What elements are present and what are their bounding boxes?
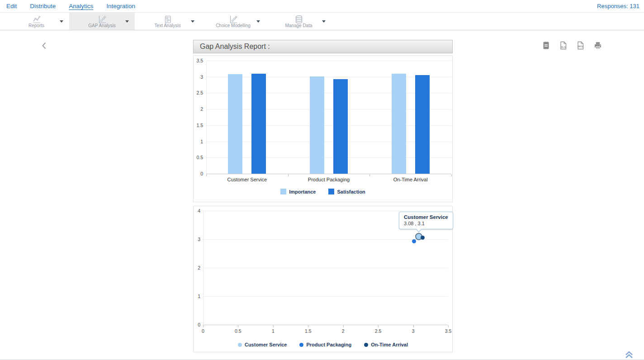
x-category-label: Customer Service — [206, 177, 288, 182]
x-tick — [451, 174, 452, 176]
y-tick-label: 0 — [194, 322, 200, 327]
x-tick-label: 3 — [407, 328, 420, 334]
x-tick — [448, 325, 449, 327]
scatter-point[interactable] — [412, 239, 416, 243]
x-tick — [203, 325, 204, 327]
chevron-down-icon[interactable] — [191, 20, 194, 23]
pptx-export-icon[interactable]: PPTX — [576, 41, 585, 50]
scatter-chart-panel: 0123400.511.522.533.5Customer Service3.0… — [193, 206, 453, 352]
top-navbar: Edit Distribute Analytics Integration Re… — [0, 0, 644, 13]
doc-export-icon[interactable] — [542, 41, 550, 50]
nav-item-integration[interactable]: Integration — [106, 3, 135, 9]
legend-label: Satisfaction — [337, 189, 365, 194]
bar-importance[interactable] — [392, 74, 406, 174]
y-tick-label: 2.5 — [194, 90, 203, 95]
y-tick-label: 4 — [194, 208, 200, 213]
tooltip-pointer — [416, 228, 422, 232]
x-category-label: Product Packaging — [288, 177, 369, 182]
toolbar-tab-label: Choice Modelling — [200, 23, 266, 28]
gridline — [203, 268, 448, 268]
legend-swatch — [328, 189, 334, 194]
bar-satisfaction[interactable] — [333, 79, 348, 174]
responses-count[interactable]: Responses: 131 — [597, 3, 639, 9]
nav-item-edit[interactable]: Edit — [6, 3, 17, 9]
toolbar-tab-text-analysis[interactable]: Text Analysis — [135, 13, 200, 30]
y-axis-line — [203, 211, 204, 325]
bar-satisfaction[interactable] — [415, 75, 430, 174]
y-tick-label: 3 — [194, 74, 203, 80]
y-tick-label: 0.5 — [194, 155, 203, 160]
chevron-down-icon[interactable] — [60, 20, 63, 23]
main-menu: Edit Distribute Analytics Integration — [6, 3, 135, 9]
x-category-label: On-Time Arrival — [370, 177, 451, 182]
tooltip-value: 3.08 , 3.1 — [404, 221, 448, 226]
bar-importance[interactable] — [228, 74, 242, 174]
legend-item[interactable]: Product Packaging — [299, 342, 351, 347]
y-tick-label: 2 — [194, 106, 203, 112]
x-tick — [273, 325, 274, 327]
y-tick-label: 1 — [194, 294, 200, 299]
chevron-down-icon[interactable] — [256, 20, 260, 23]
analytics-toolbar: Reports GAP Analysis Text Analysis Choic… — [0, 13, 644, 30]
legend-dot — [238, 343, 242, 347]
legend-dot — [299, 343, 303, 347]
bar-chart-legend: ImportanceSatisfaction — [194, 189, 452, 194]
x-tick — [413, 325, 414, 327]
bar-chart-panel: 00.511.522.533.5Customer ServiceProduct … — [193, 55, 453, 202]
print-icon[interactable] — [593, 41, 602, 50]
legend-item[interactable]: Satisfaction — [328, 189, 365, 194]
pptx-label: PPTX — [578, 46, 584, 48]
y-axis-line — [206, 61, 207, 174]
report-title-bar: Gap Analysis Report : — [193, 40, 453, 53]
xls-label: XLS — [561, 46, 566, 48]
x-tick — [378, 325, 379, 327]
y-tick-label: 3 — [194, 237, 200, 242]
gridline — [203, 296, 448, 297]
gridline — [203, 211, 448, 211]
toolbar-tab-manage-data[interactable]: Manage Data — [266, 13, 331, 30]
legend-label: On-Time Arrival — [371, 342, 408, 347]
toolbar-tab-gap-analysis[interactable]: GAP Analysis — [69, 13, 135, 30]
toolbar-tab-reports[interactable]: Reports — [4, 13, 69, 30]
scatter-chart-legend: Customer ServiceProduct PackagingOn-Time… — [194, 342, 452, 347]
x-tick-label: 1.5 — [301, 328, 315, 334]
scroll-to-top-button[interactable] — [625, 351, 634, 360]
x-tick — [288, 174, 289, 176]
y-tick-label: 3.5 — [194, 58, 203, 63]
x-tick-label: 2.5 — [371, 328, 385, 334]
toolbar-tab-label: Reports — [4, 23, 69, 28]
x-tick-label: 3.5 — [441, 328, 455, 334]
chevron-down-icon[interactable] — [322, 20, 326, 23]
legend-item[interactable]: Customer Service — [238, 342, 287, 347]
legend-label: Product Packaging — [306, 342, 351, 347]
y-tick-label: 0 — [194, 171, 203, 176]
nav-item-analytics[interactable]: Analytics — [69, 3, 93, 9]
x-tick — [206, 174, 207, 176]
legend-label: Importance — [289, 189, 316, 194]
legend-label: Customer Service — [245, 342, 287, 347]
legend-item[interactable]: On-Time Arrival — [364, 342, 408, 347]
chevron-down-icon[interactable] — [125, 20, 129, 23]
y-tick-label: 1 — [194, 139, 203, 144]
report-title: Gap Analysis Report : — [200, 43, 270, 50]
x-tick-label: 0 — [196, 328, 210, 334]
x-axis-line — [206, 174, 451, 174]
x-tick — [308, 325, 308, 327]
legend-item[interactable]: Importance — [280, 189, 316, 194]
app-window: Edit Distribute Analytics Integration Re… — [0, 0, 644, 360]
toolbar-tab-label: GAP Analysis — [69, 23, 135, 28]
toolbar-tab-choice-modelling[interactable]: Choice Modelling — [200, 13, 266, 30]
tooltip-title: Customer Service — [404, 214, 448, 220]
x-tick — [343, 325, 344, 327]
x-tick-label: 0.5 — [231, 328, 245, 334]
x-tick-label: 2 — [336, 328, 350, 334]
bar-importance[interactable] — [310, 76, 324, 174]
bar-satisfaction[interactable] — [251, 74, 266, 174]
legend-swatch — [280, 189, 286, 194]
gridline — [203, 239, 448, 240]
chart-tooltip: Customer Service3.08 , 3.1 — [399, 212, 453, 229]
export-toolbar: XLS PPTX — [542, 41, 602, 50]
nav-item-distribute[interactable]: Distribute — [30, 3, 56, 9]
back-chevron-button[interactable] — [41, 42, 47, 52]
xls-export-icon[interactable]: XLS — [559, 41, 568, 50]
